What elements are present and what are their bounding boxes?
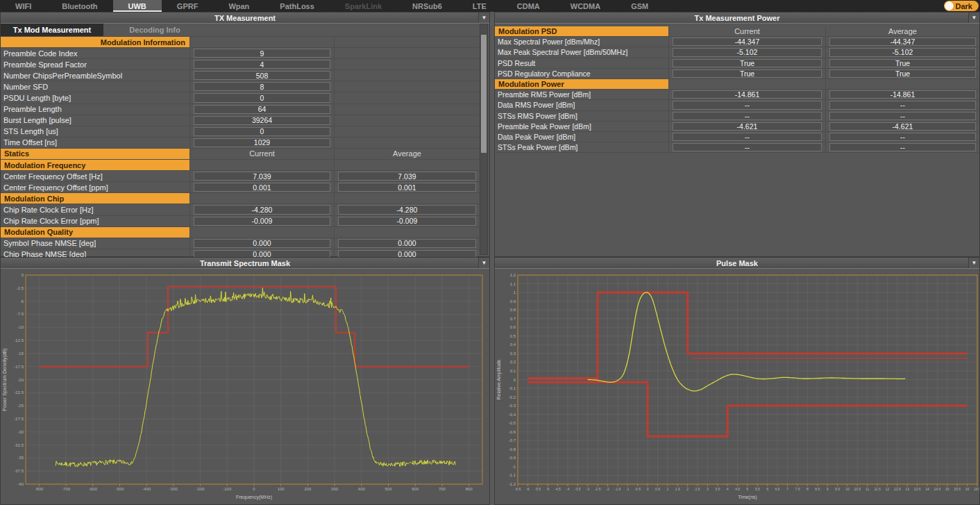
table-row: Max Peak Spectral Power [dBm/50MHz]-5.10… xyxy=(495,47,979,58)
value-box: -44.347 xyxy=(673,38,822,46)
top-tab-wifi[interactable]: WIFI xyxy=(0,0,47,12)
svg-text:1: 1 xyxy=(514,290,516,295)
svg-text:0: 0 xyxy=(514,378,516,382)
table-row: Preamble Peak Power [dBm]-4.621-4.621 xyxy=(495,122,979,132)
label-cell xyxy=(334,37,480,47)
value-cell: -5.102 xyxy=(668,47,825,57)
section-header: Modulation Frequency xyxy=(1,160,189,170)
svg-text:0.5: 0.5 xyxy=(655,487,660,491)
svg-text:1.5: 1.5 xyxy=(675,487,680,491)
top-tab-gsm[interactable]: GSM xyxy=(616,0,664,12)
top-tab-lte[interactable]: LTE xyxy=(457,0,502,12)
value-box: 64 xyxy=(194,105,330,114)
stats-header-row: StaticsCurrentAverage xyxy=(1,149,480,160)
measurement-subtabs: Tx Mod MeasurementDecoding Info xyxy=(1,24,489,37)
svg-text:-10: -10 xyxy=(17,325,24,329)
svg-text:-32.5: -32.5 xyxy=(14,443,24,447)
label-cell: PSDU Length [byte] xyxy=(1,92,189,103)
top-tab-bluetooth[interactable]: Bluetooth xyxy=(47,0,112,12)
svg-text:-37.5: -37.5 xyxy=(14,469,24,473)
table-row: PSDU Length [byte]0 xyxy=(1,92,480,104)
value-cell: -- xyxy=(668,111,825,121)
label-cell xyxy=(334,138,480,148)
svg-text:-0.2: -0.2 xyxy=(509,395,516,399)
svg-text:-600: -600 xyxy=(89,487,98,491)
value-box: -4.621 xyxy=(829,122,976,131)
svg-text:3.5: 3.5 xyxy=(715,487,720,491)
value-box: 508 xyxy=(194,71,330,80)
svg-text:-5: -5 xyxy=(546,487,550,491)
table-row: Time Offset [ns]1029 xyxy=(1,138,480,149)
value-box: 39264 xyxy=(194,116,330,125)
label-cell xyxy=(334,59,480,69)
value-cell: 508 xyxy=(189,70,334,81)
label-cell: Max Spectral Power [dBm/Mhz] xyxy=(495,37,668,47)
label-cell xyxy=(334,193,480,204)
svg-text:14: 14 xyxy=(925,487,929,491)
top-tab-sparklink[interactable]: SparkLink xyxy=(330,0,397,12)
value-cell: -- xyxy=(668,132,825,142)
table-row: Data RMS Power [dBm]---- xyxy=(495,100,979,110)
section-header-row: Modulation Frequency xyxy=(1,160,480,171)
toggle-knob-icon xyxy=(945,1,954,10)
svg-text:0.4: 0.4 xyxy=(510,342,516,347)
value-box: -- xyxy=(829,112,976,120)
left-panel-scrollbar[interactable] xyxy=(480,24,488,255)
label-cell xyxy=(189,227,334,238)
top-tab-gprf[interactable]: GPRF xyxy=(162,0,214,12)
table-row: Chip Rate Clock Error [Hz]-4.280-4.280 xyxy=(1,204,480,215)
top-tab-cdma[interactable]: CDMA xyxy=(502,0,555,12)
value-cell: 0.000 xyxy=(334,238,480,249)
theme-toggle[interactable]: Dark xyxy=(944,1,979,11)
value-box: -44.347 xyxy=(829,38,976,46)
value-box: 0.000 xyxy=(338,239,476,248)
svg-text:-2: -2 xyxy=(606,487,609,491)
svg-text:8.5: 8.5 xyxy=(815,487,820,491)
value-box: -- xyxy=(829,133,976,141)
label-cell xyxy=(334,70,480,81)
svg-text:-40: -40 xyxy=(17,482,24,486)
value-cell: 0.000 xyxy=(189,238,334,249)
label-cell xyxy=(334,104,480,115)
top-tab-wcdma[interactable]: WCDMA xyxy=(555,0,616,12)
top-tab-wpan[interactable]: Wpan xyxy=(213,0,264,12)
subtab-tx-mod-measurement[interactable]: Tx Mod Measurement xyxy=(1,24,103,36)
label-cell xyxy=(334,115,480,126)
section-header-row: Modulation Quality xyxy=(1,227,480,238)
value-cell: 0.001 xyxy=(334,182,480,192)
chevron-down-icon[interactable]: ▼ xyxy=(478,13,489,23)
value-cell: -14.861 xyxy=(825,90,979,99)
value-box: True xyxy=(673,59,822,67)
scrollbar-thumb[interactable] xyxy=(481,35,487,153)
svg-text:0.2: 0.2 xyxy=(510,360,516,364)
table-row: Number ChipsPerPreambleSymbol508 xyxy=(1,70,480,81)
table-row: STSs Peak Power [dBm]---- xyxy=(495,142,979,153)
table-row: Max Spectral Power [dBm/Mhz]-44.347-44.3… xyxy=(495,37,979,47)
svg-text:-300: -300 xyxy=(169,487,178,491)
chevron-down-icon[interactable]: ▼ xyxy=(968,13,979,23)
value-box: True xyxy=(829,59,976,67)
value-cell: 39264 xyxy=(189,115,334,126)
value-cell: -0.009 xyxy=(334,216,480,226)
svg-text:4.5: 4.5 xyxy=(735,487,740,491)
chart-title: Pulse Mask xyxy=(716,259,758,267)
subtab-decoding-info[interactable]: Decoding Info xyxy=(103,24,206,36)
top-tab-pathloss[interactable]: PathLoss xyxy=(264,0,330,12)
chevron-down-icon[interactable]: ▼ xyxy=(968,258,979,268)
label-cell: Number ChipsPerPreambleSymbol xyxy=(1,70,189,81)
top-tab-uwb[interactable]: UWB xyxy=(113,0,162,12)
svg-text:15: 15 xyxy=(945,487,949,491)
chevron-down-icon[interactable]: ▼ xyxy=(478,258,489,268)
value-box: -0.009 xyxy=(338,217,476,226)
label-cell: STS Length [us] xyxy=(1,126,189,137)
top-tab-nrsub6[interactable]: NRSub6 xyxy=(397,0,457,12)
x-axis-label: Time(ns) xyxy=(738,495,757,500)
svg-text:-0.6: -0.6 xyxy=(509,430,516,434)
label-cell: Preamble Spread Factor xyxy=(1,59,189,69)
value-cell: 8 xyxy=(189,81,334,92)
value-cell: -14.861 xyxy=(668,90,825,99)
label-cell xyxy=(825,79,979,89)
svg-text:-1.2: -1.2 xyxy=(509,482,516,486)
transmit-spectrum-mask-chart: -800-700-600-500-400-300-200-10001002003… xyxy=(1,269,489,505)
value-box: -- xyxy=(673,143,822,151)
